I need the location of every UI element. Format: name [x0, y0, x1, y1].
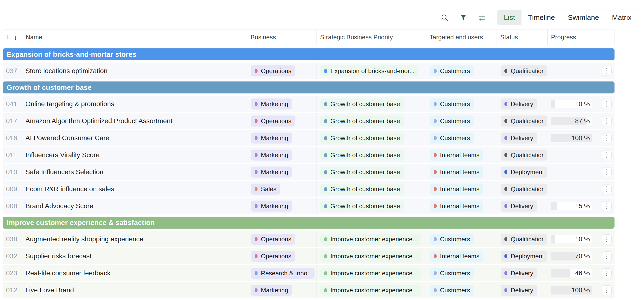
row-menu-button[interactable]	[602, 99, 612, 109]
business-badge-label: Marketing	[261, 134, 288, 142]
status-badge-label: Delivery	[511, 100, 533, 108]
adjustments-icon[interactable]	[478, 13, 486, 21]
row-menu-button[interactable]	[602, 150, 612, 160]
business-badge-label: Marketing	[261, 100, 288, 108]
priority-badge-dot	[324, 288, 327, 292]
row-menu-button[interactable]	[602, 66, 612, 76]
priority-badge: Growth of customer base	[320, 150, 404, 161]
targeted-users-badge-label: Customers	[440, 117, 470, 125]
row-name: Amazon Algorithm Optimized Product Assor…	[22, 117, 172, 125]
targeted-users-badge-label: Customers	[440, 67, 470, 75]
table-row[interactable]: 016AI Powered Consumer CareMarketingGrow…	[3, 130, 614, 146]
column-header-id[interactable]: I..↓	[3, 29, 22, 45]
column-header-progress[interactable]: Progress	[548, 29, 599, 45]
table-row[interactable]: 011Influencers Virality ScoreMarketingGr…	[3, 147, 614, 163]
table-row[interactable]: 009Ecom R&R influence on salesSalesGrowt…	[3, 181, 614, 197]
business-badge: Marketing	[251, 285, 292, 296]
table-row[interactable]: 032Supplier risks forecastOperationsImpr…	[3, 248, 614, 264]
sort-desc-icon[interactable]: ↓	[14, 33, 17, 41]
cell-status: Qualification	[497, 113, 548, 129]
table-row[interactable]: 017Amazon Algorithm Optimized Product As…	[3, 113, 614, 129]
status-badge-dot	[504, 204, 507, 208]
cell-priority: Improve customer experience...	[316, 282, 426, 298]
row-menu-button[interactable]	[602, 268, 612, 278]
table-row[interactable]: 038Augmented reality shopping experience…	[3, 231, 614, 247]
kebab-dot	[606, 256, 607, 257]
table-row[interactable]: 012Live Love BrandMarketingImprove custo…	[3, 282, 614, 298]
status-badge-label: Qualification	[511, 185, 543, 193]
row-menu-button[interactable]	[602, 285, 612, 295]
kebab-dot	[606, 292, 607, 293]
tab-matrix[interactable]: Matrix	[606, 10, 638, 25]
table-row[interactable]: 008Brand Advocacy ScoreMarketingGrowth o…	[3, 198, 614, 214]
table-body: Expansion of bricks-and-mortar stores037…	[3, 48, 614, 298]
cell-status: Delivery	[497, 198, 548, 214]
row-menu-button[interactable]	[602, 251, 612, 261]
cell-id: 008	[3, 198, 22, 214]
business-badge-label: Marketing	[261, 151, 288, 159]
progress-value: 10 %	[575, 100, 590, 108]
status-badge: Delivery	[500, 132, 537, 144]
table-row[interactable]: 041Online targeting & promotionsMarketin…	[3, 96, 614, 112]
row-menu-button[interactable]	[602, 234, 612, 244]
row-name: Ecom R&R influence on sales	[22, 185, 114, 193]
cell-name: Safe Influencers Selection	[22, 164, 247, 180]
priority-badge-label: Growth of customer base	[330, 168, 400, 176]
status-badge-label: Delivery	[511, 203, 533, 210]
cell-priority: Growth of customer base	[316, 181, 426, 197]
column-header-name[interactable]: Name	[22, 29, 247, 45]
group-header[interactable]: Expansion of bricks-and-mortar stores	[3, 48, 614, 60]
tab-swimlane[interactable]: Swimlane	[561, 10, 606, 25]
row-menu-button[interactable]	[602, 116, 612, 126]
row-name: Real-life consumer feedback	[22, 269, 110, 277]
cell-status: Delivery	[497, 265, 548, 281]
cell-actions	[599, 63, 614, 79]
status-badge-dot	[504, 237, 507, 241]
priority-badge-label: Growth of customer base	[330, 151, 400, 159]
filter-icon[interactable]	[459, 13, 467, 21]
tab-list[interactable]: List	[497, 10, 522, 25]
row-menu-button[interactable]	[602, 167, 612, 177]
priority-badge-dot	[324, 170, 327, 174]
cell-status: Deployment	[497, 164, 548, 180]
table-row[interactable]: 037Store locations optimizationOperation…	[3, 63, 614, 79]
column-header-targeted[interactable]: Targeted end users	[426, 29, 497, 45]
cell-id: 041	[3, 96, 22, 112]
targeted-users-badge-dot	[434, 237, 436, 241]
cell-targeted-end-users: Internal teams	[426, 147, 497, 163]
row-menu-button[interactable]	[602, 184, 612, 194]
targeted-users-badge-label: Customers	[440, 134, 470, 142]
progress-bar: 100 %	[551, 286, 592, 295]
toolbar-icons	[440, 13, 486, 21]
group-header[interactable]: Improve customer experience & satisfacti…	[3, 217, 614, 229]
kebab-dot	[606, 290, 607, 291]
tab-timeline[interactable]: Timeline	[522, 10, 561, 25]
table-row[interactable]: 023Real-life consumer feedbackResearch &…	[3, 265, 614, 281]
targeted-users-badge: Customers	[430, 234, 474, 245]
status-badge: Delivery	[500, 201, 537, 212]
column-header-actions[interactable]	[599, 29, 614, 45]
priority-badge: Improve customer experience...	[320, 234, 421, 245]
cell-priority: Growth of customer base	[316, 147, 426, 163]
row-menu-button[interactable]	[602, 201, 612, 211]
cell-name: Brand Advocacy Score	[22, 198, 247, 214]
status-badge: Deployment	[500, 167, 547, 178]
status-badge-dot	[504, 271, 507, 275]
priority-badge-label: Growth of customer base	[330, 185, 400, 193]
search-icon[interactable]	[440, 13, 448, 21]
cell-name: AI Powered Consumer Care	[22, 130, 247, 146]
targeted-users-badge-dot	[434, 69, 436, 73]
kebab-dot	[606, 157, 607, 158]
column-header-priority[interactable]: Strategic Business Priority	[316, 29, 426, 45]
table-row[interactable]: 010Safe Influencers SelectionMarketingGr…	[3, 164, 614, 180]
targeted-users-badge-dot	[434, 102, 436, 106]
column-header-status[interactable]: Status	[496, 29, 548, 45]
row-menu-button[interactable]	[602, 133, 612, 143]
column-header-business[interactable]: Business	[247, 29, 316, 45]
business-badge: Marketing	[251, 201, 292, 212]
priority-badge: Growth of customer base	[320, 132, 404, 144]
column-label-name: Name	[26, 33, 42, 41]
group-header[interactable]: Growth of customer base	[3, 81, 614, 93]
cell-targeted-end-users: Customers	[426, 282, 497, 298]
cell-targeted-end-users: Internal teams	[426, 198, 497, 214]
